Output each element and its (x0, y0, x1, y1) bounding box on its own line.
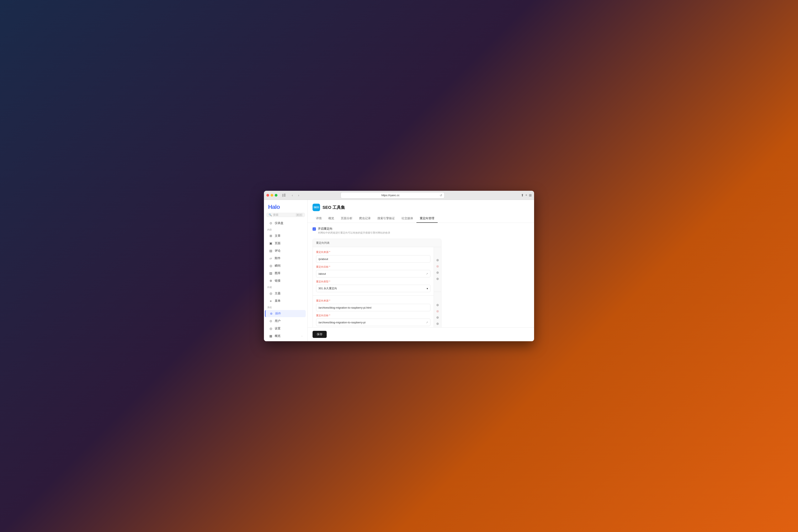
sidebar-item-label: 用户 (275, 319, 281, 323)
tab-social-media[interactable]: 社交媒体 (398, 214, 416, 223)
svg-rect-1 (284, 194, 286, 194)
entry-2-actions: ⊕ ⊗ ⊕ ⊕ (434, 292, 441, 327)
share-icon[interactable]: ⬆ (521, 193, 524, 197)
link-icon-2: ↗ (424, 321, 430, 324)
enable-redirect-checkbox[interactable]: ✓ (312, 227, 316, 231)
browser-window: ‹ › https://ryanc.cc ↺ ⬆ + ⊞ Halo 🔍 搜索 ⌘… (264, 191, 534, 341)
enable-redirect-info: 开启重定向 对网站中的死链进行重定向可以有效的提升搜索引擎对网站的收录 (318, 227, 390, 235)
close-button[interactable] (266, 194, 269, 196)
redirect-list-section: 重定向列表 重定向来源 * /p/about (312, 239, 441, 327)
themes-icon: ◎ (269, 291, 273, 295)
target-input-field-2[interactable] (316, 321, 424, 324)
sidebar-item-overview[interactable]: ▦ 概览 › (266, 332, 306, 340)
tab-content-redirect: ✓ 开启重定向 对网站中的死链进行重定向可以有效的提升搜索引擎对网站的收录 重定… (308, 223, 534, 327)
maximize-button[interactable] (275, 194, 278, 196)
source-input-1[interactable]: /p/about (316, 255, 430, 263)
sidebar-item-comments[interactable]: ▤ 评论 (266, 247, 306, 254)
sidebar-item-attachments[interactable]: ▱ 附件 (266, 255, 306, 262)
sidebar-item-articles[interactable]: ⊞ 文章 (266, 232, 306, 240)
sidebar-item-backup[interactable]: ▣ 备份 (266, 340, 306, 341)
plugin-icon: SEO (312, 204, 320, 211)
moments-icon: ◎ (269, 264, 273, 268)
users-icon: ⊙ (269, 319, 273, 323)
new-tab-icon[interactable]: + (525, 193, 527, 197)
source-input-2[interactable]: /archives/blog-migration-to-raspberry-pi… (316, 304, 430, 311)
sidebar-section-content: 内容 (264, 227, 307, 232)
minimize-button[interactable] (270, 194, 273, 196)
tab-crawler[interactable]: 爬虫记录 (356, 214, 374, 223)
chevron-down-icon-1: ▾ (426, 287, 428, 290)
redirect-items: 重定向来源 * /p/about 重定向目标 * (313, 247, 434, 327)
sidebar-item-gallery[interactable]: ▨ 图库 (266, 270, 306, 277)
nav-buttons: ‹ › (289, 192, 302, 198)
search-placeholder: 搜索 (273, 213, 294, 217)
type-select-1[interactable]: 301 永久重定向 ▾ (316, 285, 430, 292)
plugins-icon: ⊛ (269, 312, 273, 316)
remove-entry-button-1[interactable]: ⊗ (435, 264, 440, 269)
sidebar-item-themes[interactable]: ◎ 主题 (266, 290, 306, 297)
redirect-list-header: 重定向列表 (313, 239, 441, 247)
sidebar-item-links[interactable]: ⊛ 链接 (266, 277, 306, 284)
svg-rect-3 (284, 196, 286, 196)
sidebar-item-label: 链接 (275, 279, 281, 283)
tab-redirect-mgmt[interactable]: 重定向管理 (416, 214, 438, 223)
enable-redirect-section: ✓ 开启重定向 对网站中的死链进行重定向可以有效的提升搜索引擎对网站的收录 (312, 227, 529, 235)
sidebar-item-pages[interactable]: ▣ 页面 (266, 240, 306, 247)
sidebar-item-label: 设置 (275, 327, 281, 330)
sidebar-item-label: 菜单 (275, 299, 281, 303)
main-content: SEO SEO 工具集 详情 概览 页面分析 爬虫记录 搜索引擎验证 社交媒体 … (308, 200, 534, 341)
save-button[interactable]: 保存 (312, 331, 327, 338)
toolbar-right: ⬆ + ⊞ (521, 193, 532, 197)
tab-overview-icon[interactable]: ⊞ (529, 193, 532, 197)
target-input-2[interactable]: ↗ (316, 319, 430, 326)
links-icon: ⊛ (269, 279, 273, 283)
sidebar-item-label: 图库 (275, 271, 281, 275)
link-icon-1: ↗ (424, 272, 430, 276)
pages-icon: ▣ (269, 242, 273, 245)
svg-rect-0 (282, 194, 283, 197)
sidebar-item-menus[interactable]: ≡ 菜单 (266, 297, 306, 304)
move-up-button-1[interactable]: ⊕ (435, 270, 440, 275)
address-bar[interactable]: https://ryanc.cc ↺ (341, 192, 444, 198)
sidebar-item-settings[interactable]: ◎ 设置 (266, 325, 306, 332)
search-input[interactable]: 🔍 搜索 ⌘+K (266, 213, 305, 217)
target-input-field-1[interactable] (316, 272, 424, 276)
page-title: SEO 工具集 (323, 205, 345, 210)
add-entry-button-1[interactable]: ⊕ (435, 258, 440, 263)
tab-overview[interactable]: 概览 (325, 214, 338, 223)
articles-icon: ⊞ (269, 234, 273, 238)
forward-button[interactable]: › (296, 192, 302, 198)
app-logo: Halo (264, 200, 307, 213)
search-icon: 🔍 (269, 213, 272, 216)
sidebar-item-dashboard[interactable]: ⊙ 仪表盘 (266, 220, 306, 227)
app-content: Halo 🔍 搜索 ⌘+K ⊙ 仪表盘 内容 ⊞ 文章 ▣ 页面 ▤ (264, 200, 534, 341)
sidebar-toggle-button[interactable] (281, 192, 287, 198)
sidebar-item-label: 文章 (275, 234, 281, 238)
move-down-button-2[interactable]: ⊕ (435, 321, 440, 326)
tab-bar: 详情 概览 页面分析 爬虫记录 搜索引擎验证 社交媒体 重定向管理 (308, 214, 534, 223)
target-input-1[interactable]: ↗ (316, 270, 430, 278)
sidebar-item-plugins[interactable]: ⊛ 插件 (265, 310, 306, 317)
redirect-entries: 重定向来源 * /p/about 重定向目标 * (313, 247, 441, 327)
type-label-1: 重定向类型 * (316, 280, 430, 283)
reload-button[interactable]: ↺ (440, 194, 442, 197)
comments-icon: ▤ (269, 249, 273, 253)
sidebar-item-users[interactable]: ⊙ 用户 (266, 318, 306, 325)
tab-search-verify[interactable]: 搜索引擎验证 (374, 214, 398, 223)
enable-redirect-desc: 对网站中的死链进行重定向可以有效的提升搜索引擎对网站的收录 (318, 231, 390, 235)
sidebar-item-moments[interactable]: ◎ 瞬间 (266, 262, 306, 269)
move-down-button-1[interactable]: ⊕ (435, 277, 440, 281)
url-display: https://ryanc.cc (343, 194, 438, 197)
tab-page-analysis[interactable]: 页面分析 (338, 214, 356, 223)
redirect-entry-2: 重定向来源 * /archives/blog-migration-to-rasp… (313, 296, 434, 327)
page-header: SEO SEO 工具集 (308, 200, 534, 211)
traffic-lights (266, 194, 278, 196)
svg-rect-2 (284, 195, 286, 195)
add-entry-button-2[interactable]: ⊕ (435, 303, 440, 308)
remove-entry-button-2[interactable]: ⊗ (435, 309, 440, 314)
move-up-button-2[interactable]: ⊕ (435, 315, 440, 320)
target-label-1: 重定向目标 * (316, 265, 430, 269)
sidebar-item-label: 附件 (275, 256, 281, 260)
back-button[interactable]: ‹ (289, 192, 295, 198)
tab-details[interactable]: 详情 (312, 214, 325, 223)
